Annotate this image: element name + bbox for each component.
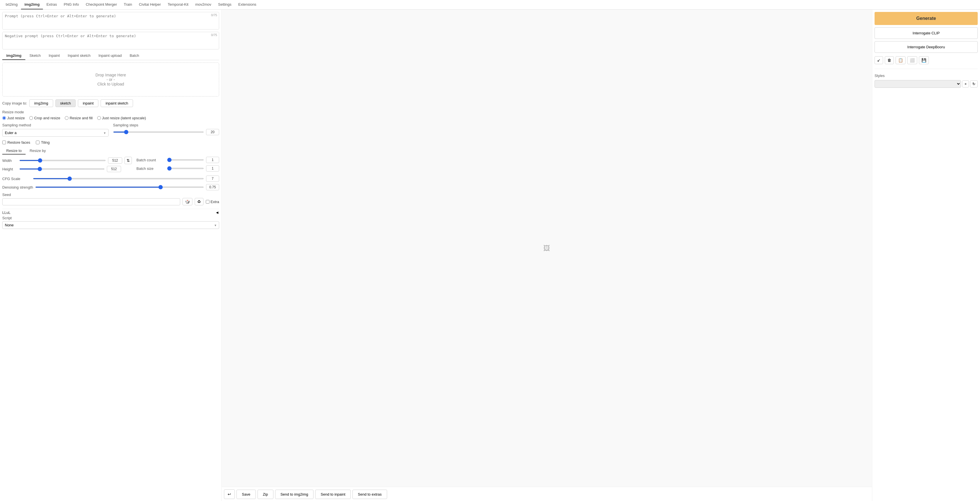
resize-mode-label: Resize mode <box>2 110 219 114</box>
batch-size-value: 1 <box>206 165 219 171</box>
drop-line3: Click to Upload <box>97 82 124 86</box>
copy-to-sketch[interactable]: sketch <box>56 100 76 107</box>
styles-select[interactable] <box>875 80 961 88</box>
tab-sketch[interactable]: Sketch <box>25 52 45 60</box>
interrogate-deepbooru-button[interactable]: Interrogate DeepBooru <box>875 41 978 53</box>
batch-count-label: Batch count <box>137 158 165 162</box>
drop-line2: - or - <box>107 77 115 82</box>
tab-batch[interactable]: Batch <box>126 52 143 60</box>
nav-temporal-kit[interactable]: Temporal-Kit <box>164 0 192 10</box>
batch-count-value: 1 <box>206 157 219 163</box>
interrogate-clip-button[interactable]: Interrogate CLIP <box>875 27 978 39</box>
nav-extras[interactable]: Extras <box>43 0 60 10</box>
copy-image-row: Copy image to: img2img sketch inpaint in… <box>2 100 219 107</box>
styles-select-wrap: × ↻ <box>875 80 978 88</box>
seed-recycle-button[interactable]: 🎲 <box>183 198 192 205</box>
tab-inpaint-upload[interactable]: Inpaint upload <box>94 52 126 60</box>
nav-img2img[interactable]: img2img <box>21 0 43 10</box>
copy-to-img2img[interactable]: img2img <box>29 100 53 107</box>
output-placeholder-icon: 🖼 <box>543 244 550 252</box>
width-label: Width <box>2 159 17 163</box>
script-select[interactable]: None <box>2 221 219 229</box>
nav-civitai-helper[interactable]: Civitai Helper <box>135 0 164 10</box>
restore-faces-check[interactable]: Restore faces <box>2 140 30 144</box>
resize-sub-tabs: Resize to Resize by <box>2 147 219 154</box>
image-drop-area[interactable]: Drop Image Here - or - Click to Upload <box>2 62 219 97</box>
zip-button[interactable]: Zip <box>258 490 274 499</box>
positive-prompt-counter: 0/75 <box>211 13 217 17</box>
arrow-back-button[interactable]: ↩ <box>224 489 235 499</box>
output-icon-grid[interactable]: ⬜ <box>907 56 917 64</box>
nav-checkpoint-merger[interactable]: Checkpoint Merger <box>83 0 121 10</box>
tab-img2img[interactable]: img2img <box>2 52 25 60</box>
nav-txt2img[interactable]: txt2img <box>2 0 21 10</box>
positive-prompt-box: 0/75 <box>2 12 219 30</box>
styles-refresh-button[interactable]: ↻ <box>970 80 978 87</box>
negative-prompt-input[interactable] <box>3 32 219 48</box>
styles-close-button[interactable]: × <box>962 80 969 87</box>
tiling-check[interactable]: Tiling <box>36 140 50 144</box>
send-to-inpaint-button[interactable]: Send to inpaint <box>315 490 351 499</box>
sampling-method-select[interactable]: Euler aEulerLMSHeunDPM2DPM2 aDPM++ 2S aD… <box>2 129 108 136</box>
nav-mov2mov[interactable]: mov2mov <box>192 0 215 10</box>
cfg-scale-row: CFG Scale 7 <box>2 176 219 182</box>
nav-settings[interactable]: Settings <box>215 0 235 10</box>
sub-tab-resize-to[interactable]: Resize to <box>2 147 25 154</box>
batch-size-slider[interactable] <box>167 168 204 169</box>
radio-crop-resize[interactable]: Crop and resize <box>29 116 60 120</box>
cfg-scale-slider[interactable] <box>33 178 204 179</box>
llul-collapse-button[interactable]: ◄ <box>215 210 219 215</box>
swap-dimensions-button[interactable]: ⇅ <box>124 157 132 164</box>
tab-inpaint[interactable]: Inpaint <box>45 52 64 60</box>
denoising-strength-row: Denoising strength 0.75 <box>2 184 219 190</box>
radio-latent-upscale[interactable]: Just resize (latent upscale) <box>97 116 146 120</box>
seed-input[interactable]: -1 <box>2 198 180 205</box>
batch-size-label: Batch size <box>137 166 165 171</box>
nav-train[interactable]: Train <box>121 0 135 10</box>
copy-to-inpaint[interactable]: inpaint <box>78 100 98 107</box>
img2img-tabs: img2img Sketch Inpaint Inpaint sketch In… <box>2 52 219 60</box>
output-icon-save[interactable]: 💾 <box>919 56 929 64</box>
generate-button[interactable]: Generate <box>875 12 978 25</box>
cfg-scale-label: CFG Scale <box>2 177 31 181</box>
positive-prompt-input[interactable] <box>3 12 219 29</box>
height-label: Height <box>2 167 17 171</box>
tab-inpaint-sketch[interactable]: Inpaint sketch <box>64 52 94 60</box>
seed-dice-button[interactable]: ♻ <box>195 198 204 205</box>
denoising-strength-value: 0.75 <box>206 184 219 190</box>
radio-just-resize[interactable]: Just resize <box>2 116 25 120</box>
nav-pnginfo[interactable]: PNG Info <box>60 0 82 10</box>
output-panel: 🖼 ↩ Save Zip Send to img2img Send to inp… <box>222 10 872 501</box>
batch-count-slider[interactable] <box>167 159 204 160</box>
width-slider[interactable] <box>19 160 106 161</box>
denoising-strength-slider[interactable] <box>35 187 204 188</box>
seed-extra-check[interactable]: Extra <box>206 200 219 204</box>
copy-to-inpaint-sketch[interactable]: inpaint sketch <box>100 100 133 107</box>
height-slider[interactable] <box>19 168 105 170</box>
nav-extensions[interactable]: Extensions <box>235 0 260 10</box>
sampling-steps-value: 20 <box>206 129 219 135</box>
llul-label: LLuL <box>2 211 11 215</box>
output-icon-trash[interactable]: 🗑 <box>885 56 894 64</box>
save-button[interactable]: Save <box>237 490 256 499</box>
output-icon-arrow[interactable]: ↙ <box>875 56 883 64</box>
bottom-buttons: ↩ Save Zip Send to img2img Send to inpai… <box>222 487 872 501</box>
copy-image-label: Copy image to: <box>2 101 27 105</box>
send-to-img2img-button[interactable]: Send to img2img <box>275 490 314 499</box>
radio-resize-fill[interactable]: Resize and fill <box>65 116 93 120</box>
sub-tab-resize-by[interactable]: Resize by <box>25 147 50 154</box>
send-to-extras-button[interactable]: Send to extras <box>352 490 387 499</box>
output-icon-copy[interactable]: 📋 <box>896 56 905 64</box>
styles-label: Styles <box>875 74 978 78</box>
script-select-wrap: None <box>2 221 219 229</box>
height-value: 512 <box>107 166 121 172</box>
sampling-steps-label: Sampling steps <box>113 123 220 127</box>
width-value: 512 <box>108 157 122 163</box>
batch-size-row: Batch size 1 <box>137 165 219 171</box>
negative-prompt-box: 0/75 <box>2 32 219 49</box>
sampling-steps-row: 20 <box>113 129 220 135</box>
batch-count-row: Batch count 1 <box>137 157 219 163</box>
sampling-steps-slider[interactable] <box>113 132 204 133</box>
sampling-steps-col: Sampling steps 20 <box>113 123 220 138</box>
seed-row: -1 🎲 ♻ Extra <box>2 198 219 205</box>
